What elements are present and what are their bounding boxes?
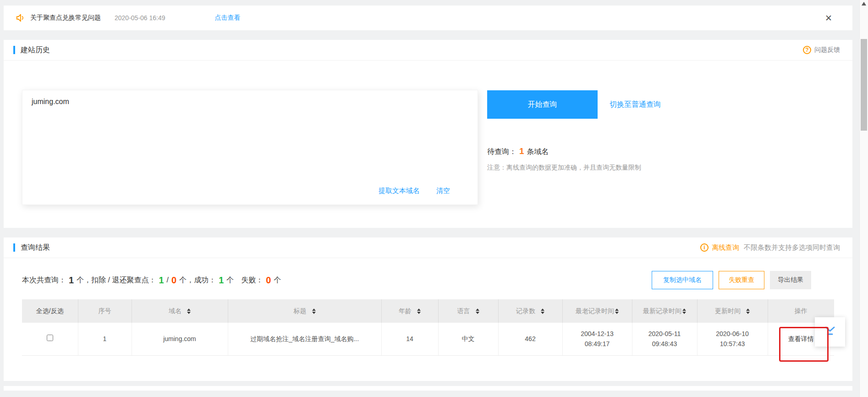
cell-newest: 2020-05-1109:48:43 (632, 323, 697, 355)
header-seq: 序号 (78, 299, 132, 323)
offline-note: 注意：离线查询的数据更加准确，并且查询无数量限制 (487, 164, 661, 172)
question-icon: ? (803, 46, 811, 54)
cell-language: 中文 (438, 323, 498, 355)
table-header-row: 全选/反选 序号 域名 标题 年龄 语言 记录数 最老记录时间 最新记录时间 更… (22, 299, 834, 323)
header-updated[interactable]: 更新时间 (697, 299, 768, 323)
next-panel-peek (4, 386, 852, 391)
textarea-links: 提取文本域名 清空 (379, 187, 450, 195)
stats-success: 1 (219, 275, 224, 286)
toolbar-buttons: 复制选中域名 失败重查 导出结果 (652, 271, 834, 289)
history-content: juming.com 提取文本域名 清空 开始查询 切换至普通查询 待查询：1条… (4, 61, 852, 228)
feedback-label: 问题反馈 (814, 46, 840, 54)
header-age[interactable]: 年龄 (381, 299, 438, 323)
close-icon[interactable]: ✕ (825, 14, 832, 22)
sort-icon[interactable] (615, 309, 619, 314)
stats-label-total: 本次共查询： (22, 276, 66, 285)
scrollbar-track[interactable] (859, 0, 868, 397)
stats-total: 1 (69, 275, 74, 286)
query-side: 开始查询 切换至普通查询 待查询：1条域名 注意：离线查询的数据更加准确，并且查… (487, 90, 661, 205)
history-panel-title: 建站历史 (21, 45, 50, 55)
pending-label: 待查询： (487, 148, 516, 155)
scroll-to-bottom-button[interactable] (815, 317, 845, 347)
pending-line: 待查询：1条域名 (487, 146, 661, 157)
result-content: 本次共查询： 1 个，扣除 / 退还聚查点： 1 / 0 个，成功： 1 个 失… (4, 271, 852, 381)
switch-normal-query-link[interactable]: 切换至普通查询 (610, 100, 661, 110)
cell-updated: 2020-06-1010:57:43 (697, 323, 768, 355)
extract-domains-link[interactable]: 提取文本域名 (379, 187, 420, 194)
sort-icon[interactable] (417, 309, 421, 314)
page: 关于聚查点兑换常见问题 2020-05-06 16:49 点击查看 ✕ 建站历史… (4, 6, 852, 391)
table-row: 1 juming.com 过期域名抢注_域名注册查询_域名购... 14 中文 … (22, 323, 834, 355)
stats-label-fail: 个 失败： (226, 276, 263, 285)
cell-oldest: 2004-12-1308:49:17 (562, 323, 632, 355)
start-query-button[interactable]: 开始查询 (487, 90, 598, 119)
feedback-link[interactable]: ? 问题反馈 (803, 46, 840, 54)
retry-failed-button[interactable]: 失败重查 (719, 271, 764, 289)
header-language[interactable]: 语言 (438, 299, 498, 323)
sort-icon[interactable] (312, 309, 316, 314)
accent-bar (13, 243, 15, 252)
cell-seq: 1 (78, 323, 132, 355)
notice-title: 关于聚查点兑换常见问题 (30, 14, 101, 22)
header-domain[interactable]: 域名 (132, 299, 228, 323)
domain-input-box: juming.com 提取文本域名 清空 (22, 90, 478, 205)
sort-icon[interactable] (476, 309, 479, 314)
scrollbar-up-arrow[interactable] (862, 2, 866, 6)
history-panel: 建站历史 ? 问题反馈 juming.com 提取文本域名 清空 开始查询 切换… (4, 40, 852, 228)
stats-refunded: 0 (171, 275, 176, 286)
scrollbar-thumb[interactable] (861, 39, 867, 131)
stats-deducted: 1 (159, 275, 164, 286)
cell-age: 14 (381, 323, 438, 355)
stats-unit: 个 (274, 276, 281, 285)
cell-domain: juming.com (132, 323, 228, 355)
cell-title: 过期域名抢注_域名注册查询_域名购... (228, 323, 381, 355)
header-title[interactable]: 标题 (228, 299, 381, 323)
result-table: 全选/反选 序号 域名 标题 年龄 语言 记录数 最老记录时间 最新记录时间 更… (22, 299, 834, 356)
result-panel-title: 查询结果 (21, 243, 50, 253)
result-header-right: i 离线查询 不限条数并支持多选项同时查询 (700, 243, 840, 252)
info-icon: i (700, 243, 709, 252)
stats-label-points: 个，扣除 / 退还聚查点： (77, 276, 156, 285)
notice-view-link[interactable]: 点击查看 (215, 14, 241, 22)
accent-bar (13, 46, 15, 54)
query-stats: 本次共查询： 1 个，扣除 / 退还聚查点： 1 / 0 个，成功： 1 个 失… (22, 275, 281, 286)
result-toolbar: 本次共查询： 1 个，扣除 / 退还聚查点： 1 / 0 个，成功： 1 个 失… (22, 271, 834, 289)
header-select-all[interactable]: 全选/反选 (22, 299, 78, 323)
result-panel: 查询结果 i 离线查询 不限条数并支持多选项同时查询 本次共查询： 1 个，扣除… (4, 237, 852, 381)
result-panel-header: 查询结果 i 离线查询 不限条数并支持多选项同时查询 (4, 237, 852, 258)
stats-slash: / (167, 276, 169, 284)
notice-date: 2020-05-06 16:49 (115, 14, 165, 22)
offline-desc: 不限条数并支持多选项同时查询 (744, 243, 840, 252)
copy-selected-button[interactable]: 复制选中域名 (652, 271, 713, 289)
stats-fail: 0 (266, 275, 271, 286)
stats-label-success: 个，成功： (179, 276, 216, 285)
speaker-icon (16, 13, 26, 23)
sort-icon[interactable] (746, 309, 750, 314)
notice-bar: 关于聚查点兑换常见问题 2020-05-06 16:49 点击查看 ✕ (4, 6, 852, 30)
sort-icon[interactable] (682, 309, 686, 314)
domain-textarea[interactable]: juming.com (22, 90, 478, 182)
clear-link[interactable]: 清空 (436, 187, 450, 194)
cell-records: 462 (498, 323, 562, 355)
header-oldest[interactable]: 最老记录时间 (562, 299, 632, 323)
export-results-button[interactable]: 导出结果 (770, 271, 811, 289)
row-checkbox[interactable] (47, 335, 53, 341)
view-details-link[interactable]: 查看详情 (788, 335, 814, 342)
header-newest[interactable]: 最新记录时间 (632, 299, 697, 323)
chevron-bottom-icon (824, 325, 836, 338)
header-records[interactable]: 记录数 (498, 299, 562, 323)
pending-unit: 条域名 (527, 148, 549, 155)
offline-query-link[interactable]: 离线查询 (712, 243, 739, 252)
pending-count: 1 (519, 146, 524, 156)
history-panel-header: 建站历史 ? 问题反馈 (4, 40, 852, 61)
cell-checkbox (22, 323, 78, 355)
sort-icon[interactable] (187, 309, 191, 314)
sort-icon[interactable] (541, 309, 544, 314)
